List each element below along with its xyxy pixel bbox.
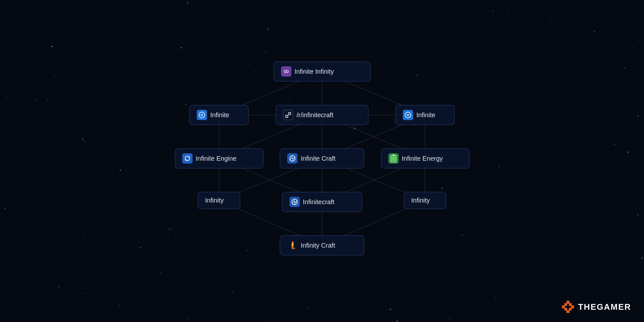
node-label-infinite-infinity: Infinite Infinity: [295, 68, 334, 75]
svg-rect-20: [569, 303, 572, 306]
node-infinitecraft: Infinitecraft: [282, 192, 362, 212]
node-label-infinite-energy: Infinite Energy: [402, 155, 443, 162]
node-icon-infinite-engine: [182, 153, 193, 164]
node-r-infinitecraft: /r/infinitecraft: [276, 105, 368, 125]
svg-point-14: [294, 201, 295, 203]
node-label-infinite-right: Infinite: [416, 111, 435, 119]
node-infinite-infinity: Infinite Infinity: [274, 62, 371, 81]
svg-rect-11: [392, 156, 395, 161]
node-infinite-craft: Infinite Craft: [280, 148, 364, 168]
node-icon-infinitecraft: [289, 197, 300, 207]
svg-rect-22: [569, 308, 572, 311]
nodes-wrapper: Infinite InfinityInfinite/r/infinitecraf…: [177, 52, 467, 270]
svg-rect-19: [564, 303, 567, 306]
svg-rect-21: [564, 308, 567, 311]
node-icon-infinite-infinity: [281, 66, 291, 77]
node-label-infinity-right: Infinity: [411, 197, 430, 204]
node-label-infinite-left: Infinite: [210, 111, 229, 119]
node-infinite-energy: Infinite Energy: [381, 148, 469, 168]
node-label-infinity-craft: Infinity Craft: [301, 242, 335, 249]
node-label-infinitecraft: Infinitecraft: [303, 198, 335, 206]
node-icon-infinite-craft: [287, 153, 298, 164]
node-infinite-engine: Infinite Engine: [175, 148, 263, 168]
svg-point-3: [407, 114, 409, 116]
node-label-infinite-engine: Infinite Engine: [196, 155, 237, 162]
node-icon-r-infinitecraft: [283, 110, 293, 120]
svg-rect-10: [393, 155, 394, 156]
node-label-r-infinitecraft: /r/infinitecraft: [297, 111, 333, 119]
graph-container: Infinite InfinityInfinite/r/infinitecraf…: [0, 0, 644, 322]
thegamer-logo-icon: [562, 301, 574, 313]
node-infinite-right: Infinite: [395, 105, 455, 125]
svg-point-8: [292, 158, 293, 159]
node-icon-infinite-right: [403, 110, 413, 120]
node-infinite-left: Infinite: [189, 105, 249, 125]
node-label-infinity-left: Infinity: [205, 197, 224, 204]
node-label-infinite-craft: Infinite Craft: [301, 155, 336, 162]
node-icon-infinite-left: [197, 110, 207, 120]
node-icon-infinity-craft: 🧜: [287, 240, 298, 251]
svg-point-1: [201, 114, 203, 116]
node-infinity-left: Infinity: [198, 192, 240, 209]
node-infinity-craft: 🧜Infinity Craft: [280, 235, 364, 255]
node-infinity-right: Infinity: [404, 192, 446, 209]
watermark: THEGAMER: [562, 301, 631, 313]
watermark-label: THEGAMER: [578, 302, 631, 312]
node-icon-infinite-energy: [388, 153, 399, 164]
